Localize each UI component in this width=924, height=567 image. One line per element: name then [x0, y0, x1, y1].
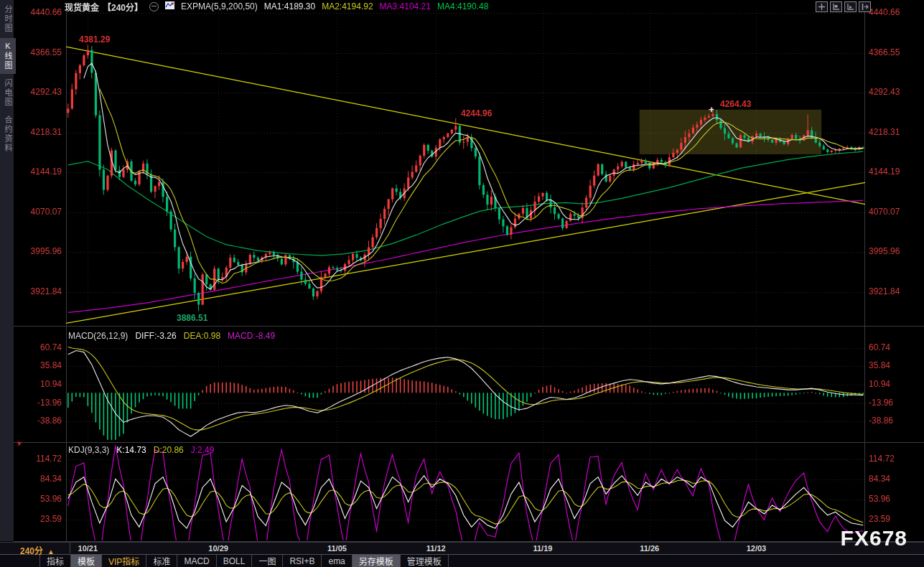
- toolbar-button-4[interactable]: MACD: [177, 555, 216, 567]
- axis-tick-label: 84.34: [869, 474, 890, 484]
- axis-tick-label: -13.96: [17, 398, 62, 408]
- chart-tools-icon-group: [816, 1, 871, 12]
- chart-canvas[interactable]: [0, 0, 924, 567]
- date-tick-11-05: 11/05: [319, 544, 355, 553]
- shift-right-icon[interactable]: [859, 1, 871, 12]
- chart-type-sidebar: 分时图K线图闪电图合约资料: [0, 0, 14, 541]
- kdj-indicator-name: KDJ(9,3,3): [68, 445, 109, 455]
- axis-tick-label: 4292.43: [869, 88, 900, 97]
- axis-tick-label: 23.59: [869, 515, 890, 524]
- mini-chart-icon: [165, 1, 174, 11]
- kdj-j-value: J:2.49: [191, 445, 215, 455]
- axis-tick-label: 10.94: [869, 380, 890, 389]
- axis-tick-label: 4144.19: [17, 167, 62, 177]
- axis-tick-label: 10.94: [17, 380, 62, 389]
- axis-tick-label: 4070.07: [869, 207, 900, 217]
- axis-tick-label: 3995.96: [17, 247, 62, 256]
- sun-marker-icon[interactable]: ☀: [16, 439, 23, 449]
- date-tick-10-29: 10/29: [200, 544, 236, 553]
- collapse-indicator-icon[interactable]: [149, 2, 159, 11]
- date-tick-10-21: 10/21: [70, 544, 106, 553]
- axis-zoom-right-icon[interactable]: [844, 1, 857, 12]
- toolbar-button-8[interactable]: ema: [322, 555, 352, 567]
- axis-zoom-left-icon[interactable]: [830, 1, 842, 12]
- axis-tick-label: 4218.31: [869, 128, 900, 137]
- axis-tick-label: -13.96: [869, 398, 893, 408]
- toolbar-button-3[interactable]: 标准: [146, 555, 177, 567]
- axis-tick-label: 4440.66: [17, 8, 62, 17]
- axis-tick-label: 4070.07: [17, 207, 62, 217]
- macd-diff-value: DIFF:-3.26: [135, 331, 176, 341]
- axis-tick-label: 4366.55: [869, 48, 900, 57]
- move-crosshair-icon[interactable]: [816, 1, 828, 12]
- main-chart-header: 现货黄金 【240分】 EXPMA(5,9,200,50) MA1:4189.3…: [65, 1, 488, 11]
- price-annotation: 4244.96: [461, 108, 492, 118]
- high-point-cross-marker: +: [709, 104, 714, 115]
- ma2-value: MA2:4194.92: [322, 1, 373, 11]
- axis-tick-label: 35.84: [17, 361, 62, 370]
- price-annotation: 4264.43: [720, 99, 751, 109]
- toolbar-button-7[interactable]: RSI+B: [283, 555, 322, 567]
- macd-indicator-name: MACD(26,12,9): [68, 331, 128, 341]
- axis-tick-label: 3921.84: [17, 287, 62, 296]
- macd-dea-value: DEA:0.98: [184, 331, 220, 341]
- axis-tick-label: 114.72: [869, 454, 895, 464]
- axis-tick-label: 23.59: [17, 515, 62, 524]
- toolbar-button-0[interactable]: 指标: [39, 555, 71, 567]
- period-label: 240分: [20, 546, 43, 556]
- axis-tick-label: 4292.43: [17, 88, 62, 97]
- period-up-triangle-icon: ▲: [47, 548, 55, 556]
- macd-value: MACD:-8.49: [228, 331, 275, 341]
- axis-tick-label: 4366.55: [17, 48, 62, 57]
- ma4-value: MA4:4190.48: [437, 1, 488, 11]
- kdj-k-value: K:14.73: [116, 445, 146, 455]
- sidebar-item-1[interactable]: K线图: [0, 38, 16, 74]
- axis-tick-label: 53.96: [17, 495, 62, 504]
- ma1-value: MA1:4189.30: [264, 1, 315, 11]
- axis-tick-label: 60.74: [17, 343, 62, 352]
- axis-tick-label: 60.74: [869, 343, 890, 352]
- macd-panel-header: MACD(26,12,9) DIFF:-3.26 DEA:0.98 MACD:-…: [68, 331, 275, 341]
- toolbar-button-5[interactable]: BOLL: [217, 555, 253, 567]
- axis-tick-label: -38.86: [869, 416, 893, 426]
- date-axis-row: [0, 542, 924, 554]
- toolbar-button-10[interactable]: 管理模板: [401, 555, 449, 567]
- sidebar-item-3[interactable]: 合约资料: [0, 112, 16, 156]
- axis-tick-label: 53.96: [869, 495, 890, 504]
- toolbar-button-6[interactable]: 一图: [252, 555, 283, 567]
- axis-tick-label: -38.86: [17, 416, 62, 426]
- ma3-value: MA3:4104.21: [380, 1, 431, 11]
- sidebar-item-0[interactable]: 分时图: [0, 1, 16, 37]
- period-selector[interactable]: 240分▲: [20, 544, 55, 556]
- price-annotation: 4381.29: [79, 34, 110, 44]
- watermark: FX678: [841, 526, 907, 550]
- toolbar-button-9[interactable]: 另存模板: [353, 555, 401, 567]
- axis-tick-label: 3995.96: [869, 247, 900, 256]
- date-tick-11-19: 11/19: [525, 544, 561, 553]
- kdj-panel-header: KDJ(9,3,3) K:14.73 D:20.86 J:2.49: [68, 445, 214, 455]
- date-tick-12-03: 12/03: [738, 544, 774, 553]
- sidebar-item-2[interactable]: 闪电图: [0, 75, 16, 111]
- axis-tick-label: 4440.66: [869, 8, 900, 17]
- instrument-title: 现货黄金: [65, 1, 99, 13]
- kdj-d-value: D:20.86: [154, 445, 184, 455]
- toolbar-button-1[interactable]: 模板: [71, 555, 102, 567]
- axis-tick-label: 35.84: [869, 361, 890, 370]
- trading-app-window: 分时图K线图闪电图合约资料 现货黄金 【240分】 EXPMA(5,9,200,…: [0, 0, 924, 567]
- date-tick-11-12: 11/12: [418, 544, 454, 553]
- indicator-toolbar: 指标模板VIP指标标准MACDBOLL一图RSI+Bema另存模板管理模板: [0, 554, 924, 567]
- price-annotation: 3886.51: [177, 313, 207, 323]
- date-tick-11-26: 11/26: [632, 544, 668, 553]
- indicator-name: EXPMA(5,9,200,50): [181, 1, 258, 11]
- axis-tick-label: 4218.31: [17, 128, 62, 137]
- axis-tick-label: 114.72: [17, 454, 62, 464]
- axis-tick-label: 4144.19: [869, 167, 900, 177]
- period-badge: 【240分】: [103, 1, 143, 13]
- axis-tick-label: 3921.84: [869, 287, 900, 296]
- toolbar-button-2[interactable]: VIP指标: [102, 555, 146, 567]
- axis-tick-label: 84.34: [17, 474, 62, 484]
